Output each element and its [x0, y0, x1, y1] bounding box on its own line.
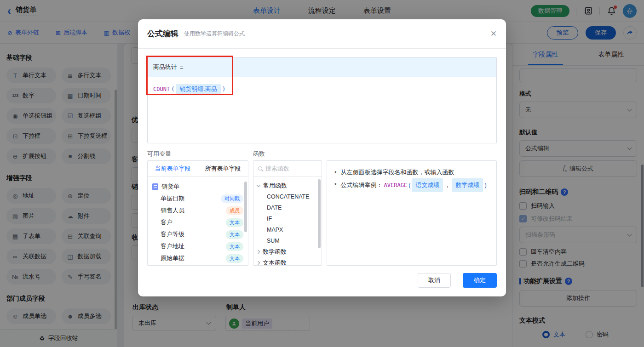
panel-labels: 可用变量 函数 [147, 150, 497, 158]
variable-row[interactable]: 客户等级 文本 [152, 228, 243, 240]
formula-editor[interactable]: 商品统计 = COUNT ( 销货明细.商品 ) [147, 57, 497, 143]
help-tip-2: • 公式编辑举例： AVERAGE ( 语文成绩 ， 数学成绩 ) [334, 178, 489, 192]
variable-name: 原始单据 [161, 254, 184, 262]
variables-scrollbar[interactable] [244, 182, 247, 232]
variable-name: 客户等级 [161, 230, 184, 239]
variable-root-form[interactable]: 销货单 [152, 181, 243, 193]
search-icon [258, 166, 262, 171]
help-example: 公式编辑举例： AVERAGE ( 语文成绩 ， 数学成绩 ) [341, 178, 487, 192]
variables-label: 可用变量 [147, 150, 253, 158]
example-prefix: 公式编辑举例： [341, 179, 383, 191]
example-field-chip: 语文成绩 [412, 178, 443, 192]
function-group-common[interactable]: 常用函数 [257, 180, 318, 191]
modal-panels: 当前表单字段 所有表单字段 销货单 单据日期 时间戳 销售人员 成员 [147, 160, 497, 266]
modal-header: 公式编辑 使用数学运算符编辑公式 ✕ [138, 19, 506, 49]
tab-current-form-fields[interactable]: 当前表单字段 [148, 161, 198, 176]
variable-name: 销售人员 [161, 206, 184, 215]
function-item[interactable]: SUM [257, 235, 318, 246]
help-tip-text: 从左侧面板选择字段名和函数，或输入函数 [341, 166, 454, 178]
variable-name: 客户 [161, 218, 172, 227]
function-tree: 常用函数 CONCATENATE DATE IF MAPX SUM 数学函数 文… [253, 176, 322, 266]
function-group-math[interactable]: 数学函数 [257, 246, 318, 257]
type-badge: 文本 [226, 218, 243, 227]
paren-open: ( [408, 179, 410, 191]
formula-function-name: COUNT [153, 86, 170, 92]
function-item[interactable]: IF [257, 213, 318, 224]
field-reference-chip[interactable]: 销货明细.商品 [176, 84, 221, 94]
formula-target-row: 商品统计 = [148, 57, 496, 77]
variable-tabs: 当前表单字段 所有表单字段 [148, 161, 248, 177]
variables-panel: 当前表单字段 所有表单字段 销货单 单据日期 时间戳 销售人员 成员 [147, 160, 248, 266]
app-root: ‹ 销货单 表单设计 流程设定 表单设置 数据管理 存 ⊘ 表单外链 [0, 0, 644, 347]
function-search-row [253, 161, 322, 176]
comma: ， [444, 179, 450, 191]
variable-name: 客户地址 [161, 242, 184, 250]
paren-close: ) [484, 179, 486, 191]
chevron-down-icon [257, 183, 260, 187]
functions-scrollbar[interactable] [318, 179, 321, 248]
function-group-text[interactable]: 文本函数 [257, 257, 318, 266]
function-group-label: 文本函数 [263, 259, 287, 266]
function-item[interactable]: DATE [257, 202, 318, 213]
help-body: • 从左侧面板选择字段名和函数，或输入函数 • 公式编辑举例： AVERAGE … [327, 161, 496, 198]
variable-row[interactable]: 客户地址 文本 [152, 240, 243, 252]
type-badge: 成员 [226, 206, 243, 215]
chevron-right-icon [256, 250, 260, 254]
function-item[interactable]: CONCATENATE [257, 191, 318, 202]
variable-row[interactable]: 单据日期 时间戳 [152, 193, 243, 205]
variable-row[interactable]: 原始单据 文本 [152, 252, 243, 264]
variable-list: 销货单 单据日期 时间戳 销售人员 成员 客户 文本 客 [148, 177, 248, 266]
form-doc-icon [152, 183, 158, 190]
equals-sign: = [180, 64, 184, 71]
chevron-right-icon [256, 261, 260, 265]
variable-root-label: 销货单 [161, 182, 179, 191]
paren-open: ( [171, 86, 174, 92]
modal-subtitle: 使用数学运算符编辑公式 [184, 30, 245, 38]
close-icon[interactable]: ✕ [490, 29, 497, 39]
bullet-icon: • [334, 166, 337, 178]
example-function: AVERAGE [384, 179, 408, 191]
function-search-input[interactable] [265, 165, 311, 172]
variable-name: 单据日期 [161, 194, 184, 203]
function-group-label: 数学函数 [263, 248, 287, 256]
function-item[interactable]: MAPX [257, 224, 318, 235]
paren-close: ) [222, 86, 225, 92]
functions-label: 函数 [253, 150, 265, 158]
functions-panel: 常用函数 CONCATENATE DATE IF MAPX SUM 数学函数 文… [253, 160, 322, 266]
example-field-chip: 数学成绩 [452, 178, 483, 192]
type-badge: 文本 [226, 254, 243, 263]
bullet-icon: • [334, 178, 337, 190]
confirm-button[interactable]: 确定 [463, 273, 497, 288]
help-panel: • 从左侧面板选择字段名和函数，或输入函数 • 公式编辑举例： AVERAGE … [327, 160, 497, 266]
formula-expression[interactable]: COUNT ( 销货明细.商品 ) [148, 77, 496, 102]
type-badge: 文本 [226, 242, 243, 251]
tab-all-form-fields[interactable]: 所有表单字段 [198, 161, 248, 176]
function-group-label: 常用函数 [263, 182, 287, 190]
formula-editor-modal: 公式编辑 使用数学运算符编辑公式 ✕ 商品统计 = COUNT ( 销货明细.商… [138, 19, 506, 296]
type-badge: 时间戳 [221, 194, 243, 203]
cancel-button[interactable]: 取消 [418, 273, 451, 288]
formula-target-name: 商品统计 [153, 63, 177, 71]
variable-row[interactable]: 客户 文本 [152, 216, 243, 228]
help-tip-1: • 从左侧面板选择字段名和函数，或输入函数 [334, 166, 489, 178]
modal-footer: 取消 确定 [147, 273, 497, 288]
variable-row[interactable]: 销售人员 成员 [152, 205, 243, 216]
type-badge: 文本 [226, 230, 243, 239]
modal-title: 公式编辑 [147, 28, 178, 39]
